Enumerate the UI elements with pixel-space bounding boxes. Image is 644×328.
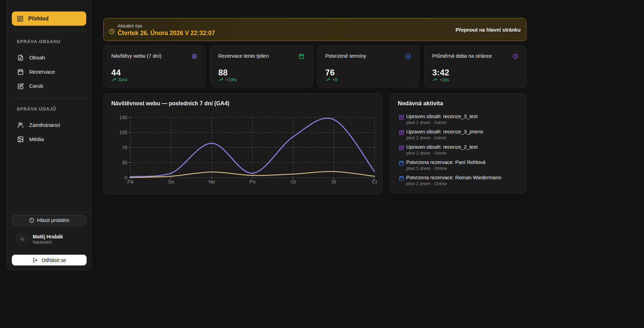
stat-icon [298,53,305,59]
stat-trend: GA4 [111,77,127,82]
sidebar-item[interactable]: Rezervace [6,65,92,79]
user-profile[interactable]: ☠ Matěj Hrabák Nastavení [16,233,63,245]
sidebar-item-icon [17,68,24,75]
stat-trend: +18s [432,77,449,82]
svg-text:Ne: Ne [209,179,215,184]
stat-cards: Návštěvy webu (7 dní) 44 GA4 Rezervace t… [103,45,526,88]
svg-text:Čt: Čt [372,179,377,184]
divider [12,98,86,98]
logout-button[interactable]: Odhlásit se [12,255,87,265]
sidebar-item-label: Ceník [29,83,43,89]
activity-item-title: Upraven obsah: recenze_3_jmeno [406,129,483,134]
activity-item-icon [399,114,404,120]
sidebar-item[interactable]: Média [6,132,92,146]
sidebar-item-icon [17,83,24,90]
stat-card: Rezervace tento týden 88 +23% [210,45,313,88]
stat-trend-label: +23% [226,77,237,82]
stat-trend: +23% [218,77,237,82]
svg-text:Út: Út [291,179,296,184]
traffic-chart-card: PáSoNePoÚtStČt03570105140 Návštěvnost we… [103,93,383,195]
logout-icon [32,257,38,263]
activity-item: Upraven obsah: recenze_2_text před 1 dne… [390,144,526,159]
svg-text:105: 105 [119,130,128,135]
sidebar-item-icon [17,54,24,61]
stat-value: 3:42 [432,68,449,77]
stat-icon [191,53,198,59]
sidebar-item-icon [17,122,24,129]
stat-value: 44 [111,68,121,77]
divider [12,31,86,31]
dashboard-icon [17,15,24,22]
sidebar-section: SPRÁVA ÚDAJŮ Zaměstnanci Média [6,98,92,146]
stat-title: Návštěvy webu (7 dní) [111,53,161,59]
stat-card: Průměrná doba na stránce 3:42 +18s [424,45,526,88]
sidebar-section-title: SPRÁVA ÚDAJŮ [17,107,92,112]
sidebar-item-label: Rezervace [29,69,55,75]
trending-up-icon [325,77,330,82]
report-problem-button[interactable]: Hlásit problém [12,215,86,226]
stat-icon [405,53,411,59]
sidebar-item-label: Zaměstnanci [29,122,60,128]
sidebar-item-label: Média [29,136,44,142]
activity-item: Upraven obsah: recenze_3_text před 1 dne… [390,113,526,129]
chart-title: Návštěvnost webu — posledních 7 dní (GA4… [111,100,230,107]
activity-item-meta: před 1 dnem · Online [406,166,447,171]
banner-datetime: Čtvrtek 26. Února 2026 V 22:32:07 [118,30,215,37]
stat-trend-label: +8 [332,77,337,82]
stat-value: 88 [218,68,228,77]
stat-value: 76 [325,68,335,77]
logout-label: Odhlásit se [41,257,66,263]
sidebar-item-label: Přehled [28,16,49,22]
line-chart: PáSoNePoÚtStČt03570105140 [104,93,382,194]
activity-item-meta: před 1 dnem · Admin [406,136,446,140]
clock-icon [108,28,115,35]
stat-card: Návštěvy webu (7 dní) 44 GA4 [103,45,206,88]
avatar: ☠ [16,233,29,245]
stat-title: Průměrná doba na stránce [432,53,492,59]
svg-text:So: So [168,179,174,184]
svg-text:35: 35 [122,160,127,165]
activity-item-title: Upraven obsah: recenze_2_text [406,144,478,150]
activity-item-meta: před 1 dnem · Admin [406,120,446,125]
stat-trend-label: GA4 [119,77,127,82]
trending-up-icon [218,77,224,82]
stat-icon [512,53,518,59]
activity-list: Upraven obsah: recenze_3_text před 1 dne… [390,113,526,190]
sidebar-item-prehled[interactable]: Přehled [12,11,86,26]
banner-label: Aktuální čas [118,23,142,28]
activity-item-meta: před 1 dnem · Online [406,181,447,186]
sidebar-item[interactable]: Obsah [6,50,92,65]
svg-text:0: 0 [124,175,127,180]
switch-to-main-site-link[interactable]: Přepnout na hlavní stránku [456,27,521,33]
svg-text:140: 140 [119,115,128,120]
stat-card: Potvrzené termíny 76 +8 [317,45,419,88]
activity-item-icon [399,145,404,151]
sidebar-item-icon [17,136,24,143]
activity-item-title: Potvrzena rezervace: Roman Wiedermann [406,175,501,180]
activity-item: Potvrzena rezervace: Roman Wiedermann př… [390,174,526,190]
activity-item: Potvrzena rezervace: Paní Rohlová před 1… [390,159,526,174]
stat-title: Potvrzené termíny [325,53,366,59]
stat-trend: +8 [325,77,337,82]
alert-circle-icon [29,218,34,223]
activity-title: Nedávná aktivita [398,100,443,107]
trending-up-icon [111,77,116,82]
user-settings-label: Nastavení [33,240,63,245]
trending-up-icon [432,77,437,82]
sidebar-item[interactable]: Zaměstnanci [6,118,92,132]
stat-trend-label: +18s [440,77,449,82]
current-time-banner: Aktuální čas Čtvrtek 26. Února 2026 V 22… [103,18,526,41]
sidebar: Přehled SPRÁVA OBSAHU Obsah [6,0,92,271]
sidebar-item[interactable]: Ceník [6,79,92,93]
activity-item-icon [399,175,404,181]
activity-item-title: Upraven obsah: recenze_3_text [406,114,478,119]
sidebar-section: SPRÁVA OBSAHU Obsah Rezervace [6,31,92,93]
svg-text:St: St [331,179,336,184]
activity-item-icon [399,130,404,136]
activity-item-title: Potvrzena rezervace: Paní Rohlová [406,159,485,165]
svg-text:Po: Po [249,179,256,184]
sidebar-section-title: SPRÁVA OBSAHU [17,39,92,44]
divider [6,212,92,212]
sidebar-sections: SPRÁVA OBSAHU Obsah Rezervace [6,31,92,146]
sidebar-item-label: Obsah [29,55,45,61]
